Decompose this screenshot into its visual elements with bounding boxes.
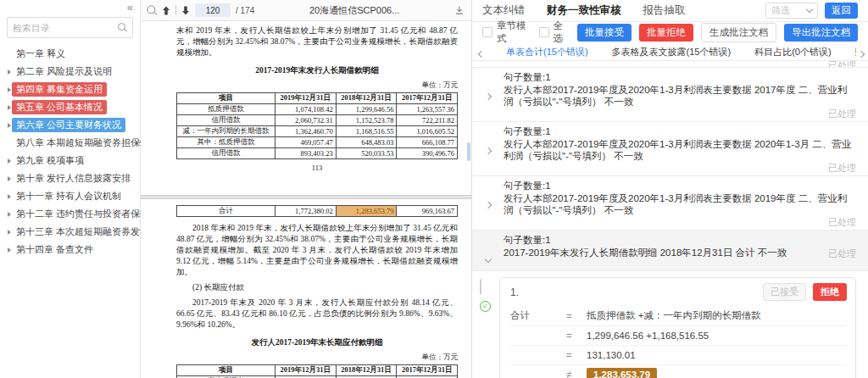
batch-action-bar: 章节模式 全选 批量接受 批量拒绝 生成批注文档 导出批注文档 [472, 22, 868, 42]
sidebar-item-label: 第一章 释义 [16, 45, 65, 63]
page-up-icon[interactable] [162, 6, 170, 15]
table-cell: 969,163.67 [397, 206, 458, 217]
batch-reject-button[interactable]: 批量拒绝 [639, 24, 693, 42]
sidebar-item-chapter11[interactable]: 第十一章 持有人会议机制 [0, 187, 140, 205]
chapter-toc: 第一章 释义 第二章 风险提示及说明 第四章 募集资金运用 第五章 公司基本情况… [0, 45, 140, 258]
page-down-icon[interactable] [181, 6, 190, 15]
sidebar-item-label: 第十四章 备查文件 [16, 241, 93, 258]
expand-chevron-icon[interactable] [486, 138, 496, 162]
sidebar-item-chapter14[interactable]: 第十四章 备查文件 [0, 241, 140, 258]
paragraph: 末和 2019 年末，发行人长期借款较上年末分别增加了 31.45 亿元和 48… [176, 25, 458, 58]
subtab-multi-table-disclosure[interactable]: 多表格及表文披露(15个错误) [610, 42, 733, 61]
viewer-scrollbar-thumb[interactable] [467, 142, 470, 161]
sidebar-item-chapter1[interactable]: 第一章 释义 [0, 45, 140, 63]
table-cell: 抵质押借款 [177, 104, 275, 115]
document-page-114: 合计 1,772,380.02 1,283,653.79 969,163.67 … [141, 199, 471, 378]
error-title: 2017-2019年末发行人长期借款明细 2018年12月31日 合计 不一致 [504, 247, 787, 265]
sidebar-item-chapter10[interactable]: 第十章 发行人信息披露安排 [0, 170, 140, 187]
collapse-sidebar-icon[interactable]: « [127, 1, 133, 14]
chevron-right-icon [8, 105, 11, 110]
error-item[interactable]: 句子数量:1 发行人本部2017-2019年度及2020年1-3月利润表主要数据… [472, 68, 868, 122]
error-item[interactable]: 句子数量:1 发行人本部2017-2019年度及2020年1-3月利润表主要数据… [472, 122, 868, 176]
checkbox-label: 章节模式 [497, 19, 531, 45]
error-item-expanded[interactable]: 句子数量:1 2017-2019年末发行人长期借款明细 2018年12月31日 … [472, 231, 868, 271]
long-term-loan-table: 项目 2019年12月31日 2018年12月31日 2017年12月31日 抵… [176, 92, 458, 159]
table-cell: 1,772,380.02 [275, 206, 336, 217]
chevron-right-icon [8, 230, 11, 235]
chevron-right-icon [8, 87, 11, 92]
checkbox-icon[interactable] [482, 27, 492, 37]
accepted-button[interactable]: 已接受 [763, 283, 806, 301]
export-annotation-doc-button[interactable]: 导出批注文档 [784, 24, 858, 42]
expand-chevron-icon[interactable] [486, 84, 496, 108]
detail-checkbox[interactable] [480, 279, 481, 295]
sidebar-item-chapter9[interactable]: 第九章 税项事项 [0, 152, 140, 170]
sidebar-item-label: 第十章 发行人信息披露安排 [16, 170, 131, 187]
sidebar-item-chapter5[interactable]: 第五章 公司基本情况 [0, 98, 140, 116]
detail-index: 1. [510, 286, 519, 298]
status-processed: 已处理 [486, 163, 856, 174]
table-header: 2018年12月31日 [336, 93, 397, 104]
expand-chevron-icon[interactable] [486, 192, 496, 216]
table-cell-error-highlight[interactable]: 1,283,653.79 [336, 206, 397, 217]
error-title: 发行人本部2017-2019年度及2020年1-3月利润表主要数据 2020年1… [504, 138, 856, 162]
sidebar-item-chapter6[interactable]: 第六章 公司主要财务状况 [0, 116, 140, 134]
page-number-input[interactable] [195, 3, 231, 17]
error-category-subtabs: 单表合计(15个错误) 多表格及表文披露(15个错误) 科目占比(0个错误) 财… [472, 42, 868, 61]
sidebar-item-chapter12[interactable]: 第十二章 违约责任与投资者保护机制 [0, 205, 140, 223]
sidebar-item-chapter4[interactable]: 第四章 募集资金运用 [0, 81, 140, 98]
table-header: 项目 [177, 365, 275, 376]
checkbox-icon[interactable] [539, 27, 549, 37]
table-title: 2017-2019年末发行人长期借款明细 [176, 65, 458, 76]
download-icon[interactable] [454, 5, 465, 15]
search-input[interactable] [13, 23, 118, 33]
batch-accept-button[interactable]: 批量接受 [577, 24, 632, 42]
back-button[interactable]: 返回 [825, 3, 858, 19]
table-row: 减：一年内到期的长期借款 1,362,460.70 1,168,516.55 1… [177, 126, 458, 137]
zoom-icon[interactable] [147, 5, 157, 15]
table-header: 2019年12月31日 [275, 365, 336, 376]
chevron-right-icon [8, 194, 11, 199]
sidebar-item-chapter8[interactable]: 第八章 本期超短期融资券担保情况 [0, 134, 140, 152]
collapse-chevron-icon[interactable] [486, 247, 496, 265]
reject-button[interactable]: 拒绝 [813, 283, 847, 301]
select-all-checkbox[interactable]: 全选 [539, 19, 570, 45]
table-cell: 信用借款 [177, 148, 275, 159]
tab-financial-consistency[interactable]: 财务一致性审核 [547, 3, 621, 18]
subtabs-scroll-left-icon[interactable] [479, 42, 484, 58]
clipped-status-label: 已处理 [472, 61, 868, 68]
formula-row: ≠ 1,283,653.79 [510, 364, 847, 378]
error-detail-section: ✓ 1. 已接受 拒绝 合计 = 抵质押借款 +减：一年 [472, 271, 868, 378]
sidebar-item-chapter2[interactable]: 第二章 风险提示及说明 [0, 63, 140, 81]
formula-rows: 合计 = 抵质押借款 +减：一年内到期的长期借款 = 1,299,646.56 … [500, 304, 855, 378]
table-header: 项目 [177, 93, 275, 104]
formula-label: 合计 [510, 309, 566, 322]
table-cell: 1,362,460.70 [275, 126, 336, 137]
sidebar-item-label: 第八章 本期超短期融资券担保情况 [16, 134, 159, 152]
subtab-single-table-total[interactable]: 单表合计(15个错误) [504, 42, 590, 61]
error-item[interactable]: 句子数量:1 发行人本部2017-2019年度及2020年1-3月利润表主要数据… [472, 176, 868, 231]
filter-select[interactable]: 筛选 [765, 3, 818, 19]
error-list: 已处理 句子数量:1 发行人本部2017-2019年度及2020年1-3月利润表… [472, 61, 868, 378]
sidebar-item-label: 第五章 公司基本情况 [12, 100, 107, 114]
sidebar-item-chapter13[interactable]: 第十三章 本次超短期融资券发行的有关机构 [0, 223, 140, 241]
chapter-mode-checkbox[interactable]: 章节模式 [482, 19, 531, 45]
subtab-account-proportion[interactable]: 科目占比(0个错误) [753, 42, 832, 61]
formula-value: 131,130.01 [587, 350, 636, 360]
detail-card-header: 1. 已接受 拒绝 [500, 278, 855, 304]
search-box [7, 17, 133, 38]
pdf-viewer: / 174 20海通恒信SCP006... 末和 2019 年末，发行人长期借款… [141, 0, 471, 378]
generate-annotation-doc-button[interactable]: 生成批注文档 [701, 23, 776, 42]
tab-report-extraction[interactable]: 报告抽取 [643, 3, 686, 18]
status-processed: 已处理 [486, 217, 856, 228]
sidebar-item-label: 第四章 募集资金运用 [12, 82, 107, 97]
formula-operator: = [566, 331, 587, 341]
sentence-count: 句子数量:1 [504, 71, 856, 83]
table-cell: 893,403.23 [275, 148, 336, 159]
subtabs-scroll-right-icon[interactable] [856, 42, 864, 60]
table-header: 2017年12月31日 [397, 365, 458, 376]
tab-text-correction[interactable]: 文本纠错 [482, 3, 525, 18]
table-row: 其中：抵质押借款 469,057.47 648,483.03 666,108.7… [177, 137, 458, 148]
formula-value-error-highlight: 1,283,653.79 [587, 368, 657, 378]
table-cell: 其中：抵质押借款 [177, 137, 275, 148]
